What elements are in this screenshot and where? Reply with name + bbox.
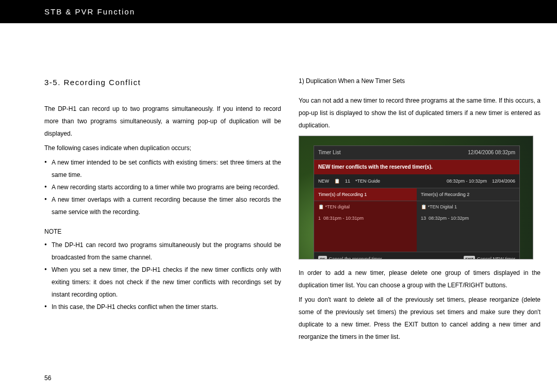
new-timer-row: NEW 📋 11 *TEN Guide 08:32pm - 10:32pm 12… (314, 174, 519, 188)
left-bullets-2: The DP-H1 can record two programs simult… (44, 239, 281, 313)
col1-header: Timer(s) of Recording 1 (314, 188, 417, 201)
left-column: 3-5. Recording Conflict The DP-H1 can re… (44, 75, 281, 345)
header-title: STB & PVR Function (44, 7, 135, 16)
right-p2: In order to add a new timer, please dele… (299, 267, 540, 291)
col1-time: 1 08:31pm - 10:31pm (314, 213, 417, 224)
note-label: NOTE (44, 225, 281, 238)
ok-action[interactable]: OKCancel the reserved timer (318, 254, 382, 259)
page-body: 3-5. Recording Conflict The DP-H1 can re… (0, 23, 557, 345)
bullet-item: In this case, the DP-H1 checks conflict … (44, 301, 281, 313)
col2-name: 📋 *TEN Digital 1 (417, 201, 519, 213)
timer-col-2[interactable]: Timer(s) of Recording 2 📋 *TEN Digital 1… (417, 188, 519, 252)
bullet-item: The DP-H1 can record two programs simult… (44, 239, 281, 264)
tv-screenshot: Timer List 12/04/2006 08:32pm NEW timer … (299, 136, 533, 259)
new-ch: 11 (345, 176, 350, 186)
dialog-warning: NEW timer conflicts with the reserved ti… (314, 160, 519, 174)
dialog-titlebar: Timer List 12/04/2006 08:32pm (314, 146, 519, 160)
timer-columns: Timer(s) of Recording 1 📋 *TEN digital 1… (314, 188, 519, 252)
bullet-item: A new recording starts according to a ti… (44, 181, 281, 193)
header-bar: STB & PVR Function (0, 0, 557, 23)
right-subtitle: 1) Duplication When a New Timer Sets (299, 75, 540, 87)
bullet-item: When you set a new timer, the DP-H1 chec… (44, 264, 281, 301)
tv-icon: 📋 (334, 176, 340, 186)
bullet-item: A new timer intended to be set conflicts… (44, 156, 281, 181)
left-bullets-1: A new timer intended to be set conflicts… (44, 156, 281, 218)
col2-time: 13 08:32pm - 10:32pm (417, 213, 519, 224)
left-p2: The following cases indicate when duplic… (44, 142, 281, 154)
timer-conflict-dialog: Timer List 12/04/2006 08:32pm NEW timer … (314, 145, 520, 259)
col1-name: 📋 *TEN digital (314, 201, 417, 213)
col2-header: Timer(s) of Recording 2 (417, 188, 519, 201)
bullet-item: A new timer overlaps with a current reco… (44, 193, 281, 218)
new-time: 08:32pm - 10:32pm (447, 176, 487, 186)
page-number: 56 (44, 374, 51, 382)
right-p1: You can not add a new timer to record th… (299, 94, 540, 132)
new-label: NEW (318, 176, 329, 186)
section-title: 3-5. Recording Conflict (44, 75, 281, 90)
dialog-actions: OKCancel the reserved timer EXITCancel N… (314, 252, 519, 259)
left-p1: The DP-H1 can record up to two programs … (44, 103, 281, 140)
ok-pill: OK (318, 256, 327, 259)
new-name: *TEN Guide (355, 176, 380, 186)
exit-pill: EXIT (464, 256, 475, 259)
timer-col-1[interactable]: Timer(s) of Recording 1 📋 *TEN digital 1… (314, 188, 417, 252)
dialog-title: Timer List (318, 148, 341, 158)
new-date: 12/04/2006 (492, 176, 515, 186)
right-column: 1) Duplication When a New Timer Sets You… (299, 75, 540, 345)
right-p3: If you don't want to delete all of the p… (299, 293, 540, 343)
exit-action[interactable]: EXITCancel NEW timer (464, 254, 515, 259)
dialog-datetime: 12/04/2006 08:32pm (468, 148, 515, 158)
